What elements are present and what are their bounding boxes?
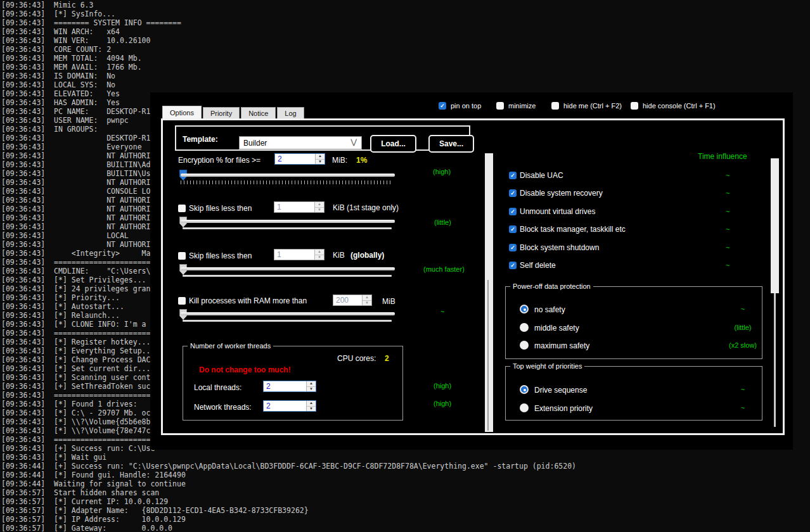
console-timestamp: [09:36:43] bbox=[1, 134, 45, 142]
skip-global-slider-track[interactable] bbox=[181, 267, 395, 270]
console-line: [09:36:43] MEM AVAIL: 1766 Mb. bbox=[1, 63, 810, 72]
tab-options[interactable]: Options bbox=[162, 106, 202, 118]
checkbox[interactable]: ✓ bbox=[509, 189, 517, 197]
option-checkbox-row[interactable]: ✓ Unmount virtual drives ~ bbox=[509, 207, 737, 216]
spin-down-icon[interactable]: ▼ bbox=[363, 301, 371, 306]
priorities-groupbox: Top weight of priorities Drive sequense … bbox=[505, 366, 762, 421]
encryption-percent-spinner[interactable]: 2 ▲▼ bbox=[274, 153, 325, 165]
tab-notice[interactable]: Notice bbox=[241, 107, 276, 118]
topbar-checkbox-item[interactable]: hide me (Ctrl + F2) bbox=[551, 102, 622, 110]
option-checkbox-row[interactable]: ✓ Self delete ~ bbox=[509, 261, 737, 270]
option-checkbox-row[interactable]: ✓ Block task manager, taskkill etc ~ bbox=[509, 225, 737, 234]
scrollbar-track[interactable] bbox=[774, 293, 776, 427]
topbar-checkbox-item[interactable]: hide console (Ctrl + F1) bbox=[631, 102, 716, 110]
radio-row[interactable]: Drive sequense ~ bbox=[520, 385, 754, 395]
check-icon: ✓ bbox=[440, 103, 445, 109]
checkbox[interactable]: ✓ bbox=[509, 225, 517, 233]
topbar-checkbox-item[interactable]: minimize bbox=[496, 102, 536, 110]
network-threads-spinner[interactable]: 2 ▲▼ bbox=[263, 400, 316, 412]
spin-up-icon[interactable]: ▲ bbox=[363, 295, 371, 301]
tab-log[interactable]: Log bbox=[277, 107, 304, 118]
console-text: [*] Wait gui bbox=[45, 453, 106, 462]
kill-ram-slider-track[interactable] bbox=[181, 312, 395, 315]
option-checkbox-row[interactable]: ✓ Disable system recovery ~ bbox=[509, 189, 737, 198]
console-timestamp: [09:36:57] bbox=[1, 497, 45, 506]
save-button[interactable]: Save... bbox=[428, 135, 474, 153]
radio-row[interactable]: maximum safety (x2 slow) bbox=[520, 341, 754, 351]
spin-down-icon[interactable]: ▼ bbox=[307, 407, 316, 412]
checkbox[interactable] bbox=[496, 102, 504, 110]
checkbox[interactable] bbox=[631, 102, 638, 110]
radio-button[interactable] bbox=[520, 323, 529, 332]
console-text: NT AUTHORIT bbox=[45, 222, 155, 231]
template-dropdown[interactable]: Builder ⋁ bbox=[239, 136, 362, 149]
spin-up-icon[interactable]: ▲ bbox=[315, 202, 324, 208]
console-line: [09:36:43] MEM TOTAL: 4094 Mb. bbox=[1, 54, 810, 63]
radio-button[interactable] bbox=[520, 305, 529, 314]
scrollbar-thumb[interactable] bbox=[771, 158, 779, 293]
radio-button[interactable] bbox=[520, 341, 529, 350]
radio-row[interactable]: middle safety (little) bbox=[520, 323, 754, 333]
right-panel-scrollbar[interactable] bbox=[771, 158, 779, 427]
skip-global-spinner[interactable]: 1 ▲▼ bbox=[274, 249, 325, 260]
time-influence-note: ~ bbox=[726, 225, 730, 233]
builder-window: ✓ pin on top minimize hide me (Ctrl + F2… bbox=[150, 92, 793, 450]
console-text: MEM AVAIL: 1766 Mb. bbox=[45, 63, 141, 72]
console-line: [09:36:57] [*] Gateway: 0.0.0.0 bbox=[1, 524, 810, 532]
checkbox[interactable]: ✓ bbox=[509, 244, 517, 251]
radio-button[interactable] bbox=[520, 403, 529, 412]
spin-up-icon[interactable]: ▲ bbox=[315, 250, 324, 255]
option-checkbox-row[interactable]: ✓ Disable UAC ~ bbox=[509, 171, 737, 180]
spin-up-icon[interactable]: ▲ bbox=[316, 154, 325, 160]
console-timestamp: [09:36:43] bbox=[1, 151, 45, 160]
radio-row[interactable]: no safety ~ bbox=[520, 305, 754, 315]
kill-ram-spinner[interactable]: 200 ▲▼ bbox=[333, 294, 372, 306]
topbar-checkbox-item[interactable]: ✓ pin on top bbox=[439, 102, 481, 110]
spin-down-icon[interactable]: ▼ bbox=[307, 387, 316, 392]
radio-button[interactable] bbox=[520, 385, 529, 394]
spin-up-icon[interactable]: ▲ bbox=[307, 401, 316, 407]
checkbox-label: hide console (Ctrl + F1) bbox=[643, 102, 716, 110]
tab-priority[interactable]: Priority bbox=[203, 107, 240, 118]
checkbox[interactable]: ✓ bbox=[439, 102, 446, 110]
priorities-groupbox-title: Top weight of priorities bbox=[510, 362, 584, 370]
skip-first-slider-track[interactable] bbox=[181, 220, 395, 223]
checkbox[interactable]: ✓ bbox=[509, 172, 517, 179]
console-timestamp: [09:36:43] bbox=[1, 391, 45, 400]
option-checkbox-row[interactable]: ✓ Block system shutdown ~ bbox=[509, 243, 737, 252]
console-timestamp: [09:36:43] bbox=[1, 240, 45, 249]
scrollbar-thumb[interactable] bbox=[487, 280, 489, 431]
encryption-note: (high) bbox=[433, 168, 451, 175]
console-text: LOCAL SYS: No bbox=[45, 80, 115, 89]
time-influence-note: ~ bbox=[724, 305, 762, 313]
skip-global-checkbox[interactable] bbox=[178, 252, 186, 260]
kill-ram-label: Kill processes with RAM more than bbox=[189, 296, 307, 305]
console-line: [09:36:57] [*] Current IP: 10.0.0.129 bbox=[1, 497, 810, 506]
spin-down-icon[interactable]: ▼ bbox=[316, 160, 325, 165]
checkbox[interactable] bbox=[551, 102, 559, 110]
left-panel-scrollbar[interactable] bbox=[485, 153, 493, 432]
console-timestamp: [09:36:43] bbox=[1, 125, 45, 134]
console-text: ======================== bbox=[45, 435, 159, 444]
spin-down-icon[interactable]: ▼ bbox=[315, 255, 324, 260]
checkbox[interactable]: ✓ bbox=[509, 262, 517, 269]
console-text: [*] Found gui. Handle: 2164490 bbox=[45, 471, 186, 479]
skip-first-spinner[interactable]: 1 ▲▼ bbox=[274, 201, 325, 213]
local-threads-spinner[interactable]: 2 ▲▼ bbox=[263, 381, 316, 392]
console-text: CMDLINE: "C:\Users\p bbox=[45, 267, 155, 276]
console-text: BUILTIN\Use bbox=[45, 169, 155, 178]
kill-ram-checkbox[interactable] bbox=[178, 297, 186, 305]
spin-down-icon[interactable]: ▼ bbox=[315, 208, 324, 213]
spin-up-icon[interactable]: ▲ bbox=[307, 381, 316, 387]
load-button[interactable]: Load... bbox=[370, 135, 416, 153]
radio-row[interactable]: Extension priority ~ bbox=[520, 403, 754, 414]
checkbox[interactable]: ✓ bbox=[509, 208, 517, 215]
skip-global-note: (much faster) bbox=[423, 265, 465, 273]
encryption-slider-track[interactable] bbox=[181, 174, 395, 177]
console-line: [09:36:57] [*] IP Address: 10.0.0.129 bbox=[1, 515, 810, 524]
console-text: [+] Success run: C:\Use bbox=[45, 444, 155, 453]
console-text: [*] Relaunch... bbox=[45, 311, 120, 320]
console-text: [+] Success run: "C:\Users\pwnpc\AppData… bbox=[45, 462, 576, 471]
console-text: DESKTOP-R1C bbox=[45, 134, 155, 142]
skip-first-checkbox[interactable] bbox=[178, 205, 186, 212]
